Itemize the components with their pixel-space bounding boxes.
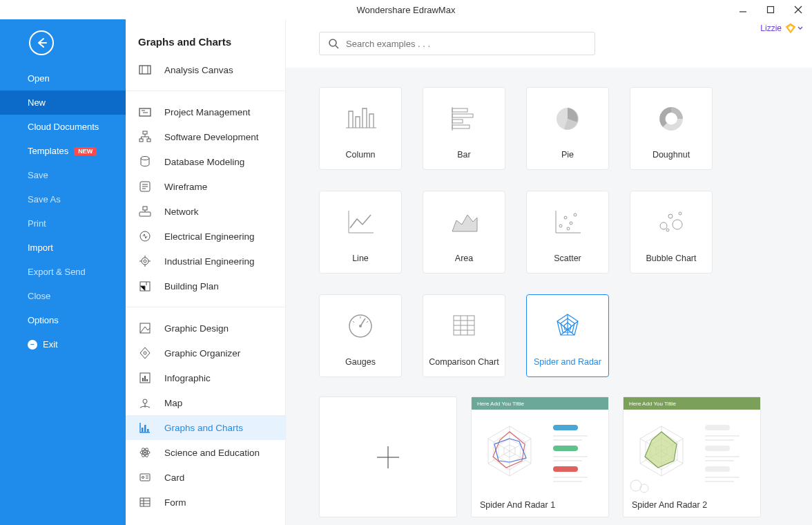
- category-item-analysis-canvas[interactable]: Analysis Canvas: [126, 57, 285, 82]
- back-button[interactable]: [29, 30, 54, 55]
- chart-type-area[interactable]: Area: [423, 191, 505, 274]
- svg-point-55: [570, 222, 572, 225]
- minimize-button[interactable]: [729, 0, 757, 19]
- category-item-network[interactable]: Network: [126, 199, 285, 224]
- plus-icon: [376, 445, 400, 470]
- exit-icon: −: [28, 340, 37, 350]
- sidebar-item-label: Print: [28, 218, 46, 229]
- svg-rect-95: [705, 446, 730, 451]
- svg-point-59: [668, 214, 673, 218]
- category-item-graphic-organizer[interactable]: Graphic Organizer: [126, 341, 285, 365]
- chart-type-bubble-chart[interactable]: Bubble Chart: [630, 191, 713, 274]
- svg-rect-83: [553, 446, 578, 451]
- chart-type-pie[interactable]: Pie: [526, 87, 609, 170]
- category-item-graphs-and-charts[interactable]: Graphs and Charts: [126, 415, 285, 440]
- category-item-map[interactable]: Map: [126, 390, 285, 415]
- template-blank[interactable]: [319, 397, 457, 517]
- svg-rect-49: [452, 114, 473, 117]
- chart-type-icon: [423, 88, 505, 150]
- template-band: Here Add You Tittle: [624, 397, 760, 410]
- category-icon: [138, 421, 152, 435]
- chart-type-label: Column: [345, 150, 375, 169]
- chart-type-line[interactable]: Line: [319, 191, 402, 274]
- svg-rect-1: [768, 7, 774, 13]
- chart-type-label: Line: [352, 254, 369, 273]
- svg-point-20: [144, 260, 146, 262]
- sidebar-item-cloud-documents[interactable]: Cloud Documents: [0, 115, 126, 139]
- svg-rect-31: [147, 429, 149, 432]
- sidebar-item-open[interactable]: Open: [0, 66, 126, 90]
- sidebar-item-exit[interactable]: −Exit: [0, 332, 126, 356]
- category-icon: [138, 63, 152, 77]
- category-item-building-plan[interactable]: Building Plan: [126, 274, 285, 298]
- template-card[interactable]: Here Add You TittleSpider And Radar 1: [471, 397, 609, 517]
- category-label: Software Development: [164, 132, 259, 142]
- category-icon: [138, 254, 152, 268]
- svg-line-65: [360, 318, 365, 326]
- svg-rect-16: [143, 207, 147, 210]
- chart-type-icon: [320, 88, 401, 150]
- chart-type-gauges[interactable]: Gauges: [319, 294, 402, 377]
- template-card[interactable]: Here Add You TittleSpider And Radar 2: [623, 397, 761, 517]
- chart-type-comparison-chart[interactable]: Comparison Chart: [423, 294, 505, 377]
- sidebar-item-label: Options: [28, 315, 59, 325]
- search-box[interactable]: [319, 32, 595, 55]
- svg-point-53: [559, 225, 562, 227]
- sidebar-item-options[interactable]: Options: [0, 308, 126, 332]
- svg-rect-25: [142, 378, 144, 381]
- category-item-wireframe[interactable]: Wireframe: [126, 174, 285, 199]
- category-label: Form: [164, 497, 186, 508]
- category-icon: [138, 279, 152, 293]
- chart-type-icon: [320, 295, 401, 357]
- category-item-software-development[interactable]: Software Development: [126, 124, 285, 149]
- maximize-button[interactable]: [757, 0, 784, 19]
- sidebar-item-templates[interactable]: TemplatesNEW: [0, 139, 126, 163]
- sidebar-item-label: Templates: [28, 146, 68, 156]
- svg-point-44: [329, 39, 336, 46]
- category-item-science-and-education[interactable]: Science and Education: [126, 440, 285, 465]
- close-button[interactable]: [784, 0, 812, 19]
- chart-type-doughnut[interactable]: Doughnut: [630, 87, 713, 170]
- sidebar-item-export-&-send[interactable]: Export & Send: [0, 260, 126, 284]
- category-label: Database Modeling: [164, 157, 244, 167]
- category-item-card[interactable]: Card: [126, 465, 285, 490]
- category-item-infographic[interactable]: Infographic: [126, 365, 285, 390]
- svg-rect-51: [452, 125, 470, 128]
- sidebar-item-label: Save: [28, 170, 48, 180]
- sidebar-item-label: Save As: [28, 194, 61, 204]
- category-item-form[interactable]: Form: [126, 490, 285, 515]
- search-input[interactable]: [346, 39, 586, 49]
- category-label: Industrial Engineering: [164, 256, 255, 267]
- chart-type-bar[interactable]: Bar: [423, 87, 505, 170]
- template-caption: Spider And Radar 2: [624, 494, 760, 516]
- content-area: ColumnBarPieDoughnutLineAreaScatterBubbl…: [286, 19, 812, 525]
- sidebar-item-save[interactable]: Save: [0, 163, 126, 187]
- category-item-project-management[interactable]: Project Management: [126, 99, 285, 124]
- svg-rect-30: [144, 425, 146, 432]
- svg-point-102: [640, 484, 648, 493]
- category-item-electrical-engineering[interactable]: Electrical Engineering: [126, 224, 285, 249]
- category-item-graphic-design[interactable]: Graphic Design: [126, 316, 285, 341]
- chart-type-label: Scatter: [554, 254, 581, 273]
- svg-rect-29: [142, 428, 144, 432]
- category-item-database-modeling[interactable]: Database Modeling: [126, 149, 285, 174]
- sidebar-item-save-as[interactable]: Save As: [0, 187, 126, 211]
- category-icon: [138, 155, 152, 169]
- category-icon: [138, 229, 152, 243]
- sidebar-item-new[interactable]: New: [0, 90, 126, 115]
- category-label: Graphic Design: [164, 323, 229, 334]
- chart-type-spider-and-radar[interactable]: Spider and Radar: [526, 294, 609, 377]
- user-menu[interactable]: Lizzie: [760, 22, 804, 35]
- sidebar-item-close[interactable]: Close: [0, 284, 126, 308]
- category-label: Electrical Engineering: [164, 231, 255, 242]
- category-item-industrial-engineering[interactable]: Industrial Engineering: [126, 249, 285, 274]
- chart-type-icon: [423, 295, 505, 357]
- chart-type-scatter[interactable]: Scatter: [526, 191, 609, 274]
- svg-rect-98: [705, 466, 730, 472]
- sidebar-item-print[interactable]: Print: [0, 211, 126, 236]
- svg-rect-11: [139, 139, 143, 142]
- chart-type-column[interactable]: Column: [319, 87, 402, 170]
- category-label: Graphic Organizer: [164, 348, 240, 359]
- category-icon: [138, 371, 152, 385]
- sidebar-item-import[interactable]: Import: [0, 236, 126, 260]
